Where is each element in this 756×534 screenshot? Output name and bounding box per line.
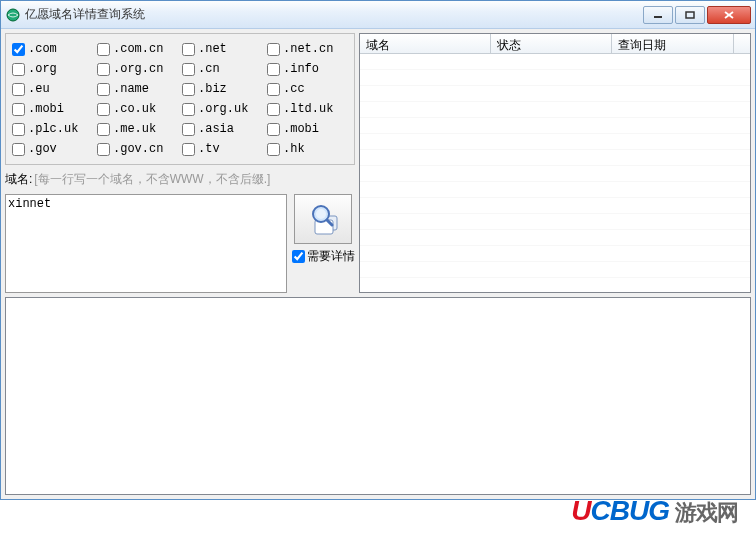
detail-checkbox-row[interactable]: 需要详情: [292, 248, 355, 265]
ext-checkbox[interactable]: [12, 143, 25, 156]
ext-label: .gov.cn: [113, 142, 163, 156]
domain-textarea[interactable]: [5, 194, 287, 293]
ext-item[interactable]: .org.uk: [182, 102, 263, 116]
ext-item[interactable]: .co.uk: [97, 102, 178, 116]
close-button[interactable]: [707, 6, 751, 24]
ext-label: .mobi: [283, 122, 319, 136]
ext-checkbox[interactable]: [182, 83, 195, 96]
ext-checkbox[interactable]: [182, 143, 195, 156]
details-textarea[interactable]: [5, 297, 751, 495]
ext-checkbox[interactable]: [182, 43, 195, 56]
ext-checkbox[interactable]: [182, 63, 195, 76]
svg-point-0: [7, 9, 19, 21]
ext-label: .me.uk: [113, 122, 156, 136]
ext-checkbox[interactable]: [267, 83, 280, 96]
watermark: UCBUG游戏网 .com: [571, 495, 738, 534]
ext-label: .org.uk: [198, 102, 248, 116]
ext-checkbox[interactable]: [97, 103, 110, 116]
ext-item[interactable]: .gov: [12, 142, 93, 156]
extension-group: .com.com.cn.net.net.cn.org.org.cn.cn.inf…: [5, 33, 355, 165]
domain-hint: [每一行写一个域名，不含WWW，不含后缀.]: [34, 171, 270, 188]
ext-item[interactable]: .tv: [182, 142, 263, 156]
ext-checkbox[interactable]: [182, 103, 195, 116]
ext-checkbox[interactable]: [97, 143, 110, 156]
ext-checkbox[interactable]: [12, 123, 25, 136]
ext-item[interactable]: .info: [267, 62, 348, 76]
main-window: 亿愿域名详情查询系统 .com.com.cn.net.net.cn.org.or…: [0, 0, 756, 500]
ext-item[interactable]: .cc: [267, 82, 348, 96]
ext-checkbox[interactable]: [12, 103, 25, 116]
ext-item[interactable]: .plc.uk: [12, 122, 93, 136]
ext-label: .asia: [198, 122, 234, 136]
ext-label: .name: [113, 82, 149, 96]
ext-item[interactable]: .cn: [182, 62, 263, 76]
ext-item[interactable]: .asia: [182, 122, 263, 136]
ext-item[interactable]: .eu: [12, 82, 93, 96]
ext-label: .net.cn: [283, 42, 333, 56]
ext-checkbox[interactable]: [97, 43, 110, 56]
ext-checkbox[interactable]: [267, 123, 280, 136]
window-controls: [643, 6, 751, 24]
detail-checkbox[interactable]: [292, 250, 305, 263]
ext-item[interactable]: .mobi: [12, 102, 93, 116]
ext-checkbox[interactable]: [12, 43, 25, 56]
ext-label: .ltd.uk: [283, 102, 333, 116]
column-header-date[interactable]: 查询日期: [612, 34, 734, 53]
ext-checkbox[interactable]: [12, 83, 25, 96]
table-body[interactable]: [360, 54, 750, 292]
ext-label: .com: [28, 42, 57, 56]
ext-checkbox[interactable]: [267, 103, 280, 116]
titlebar[interactable]: 亿愿域名详情查询系统: [1, 1, 755, 29]
ext-checkbox[interactable]: [182, 123, 195, 136]
column-header-domain[interactable]: 域名: [360, 34, 491, 53]
ext-checkbox[interactable]: [97, 123, 110, 136]
ext-item[interactable]: .com.cn: [97, 42, 178, 56]
ext-checkbox[interactable]: [267, 63, 280, 76]
ext-checkbox[interactable]: [97, 63, 110, 76]
ext-item[interactable]: .net: [182, 42, 263, 56]
watermark-text: 游戏网: [675, 500, 738, 525]
magnifier-icon: [305, 200, 341, 239]
svg-point-8: [316, 209, 326, 219]
minimize-button[interactable]: [643, 6, 673, 24]
results-table: 域名 状态 查询日期: [359, 33, 751, 293]
ext-item[interactable]: .org: [12, 62, 93, 76]
watermark-suffix: .com: [571, 528, 738, 534]
ext-item[interactable]: .org.cn: [97, 62, 178, 76]
ext-label: .info: [283, 62, 319, 76]
ext-label: .mobi: [28, 102, 64, 116]
domain-label: 域名:: [5, 171, 32, 188]
ext-item[interactable]: .ltd.uk: [267, 102, 348, 116]
ext-item[interactable]: .gov.cn: [97, 142, 178, 156]
ext-checkbox[interactable]: [267, 143, 280, 156]
detail-checkbox-label: 需要详情: [307, 248, 355, 265]
ext-label: .cn: [198, 62, 220, 76]
watermark-u: U: [571, 495, 590, 526]
ext-label: .eu: [28, 82, 50, 96]
ext-item[interactable]: .mobi: [267, 122, 348, 136]
ext-item[interactable]: .net.cn: [267, 42, 348, 56]
ext-checkbox[interactable]: [97, 83, 110, 96]
ext-label: .com.cn: [113, 42, 163, 56]
ext-label: .co.uk: [113, 102, 156, 116]
ext-label: .gov: [28, 142, 57, 156]
table-header: 域名 状态 查询日期: [360, 34, 750, 54]
watermark-cbug: CBUG: [591, 495, 669, 526]
ext-label: .plc.uk: [28, 122, 78, 136]
left-pane: .com.com.cn.net.net.cn.org.org.cn.cn.inf…: [5, 33, 355, 293]
ext-checkbox[interactable]: [12, 63, 25, 76]
ext-item[interactable]: .biz: [182, 82, 263, 96]
ext-item[interactable]: .hk: [267, 142, 348, 156]
ext-label: .biz: [198, 82, 227, 96]
ext-label: .org.cn: [113, 62, 163, 76]
column-header-status[interactable]: 状态: [491, 34, 613, 53]
ext-checkbox[interactable]: [267, 43, 280, 56]
ext-item[interactable]: .name: [97, 82, 178, 96]
maximize-button[interactable]: [675, 6, 705, 24]
domain-label-row: 域名: [每一行写一个域名，不含WWW，不含后缀.]: [5, 169, 355, 190]
search-button[interactable]: [294, 194, 352, 244]
ext-label: .net: [198, 42, 227, 56]
ext-item[interactable]: .me.uk: [97, 122, 178, 136]
column-header-spacer: [734, 34, 750, 53]
ext-item[interactable]: .com: [12, 42, 93, 56]
